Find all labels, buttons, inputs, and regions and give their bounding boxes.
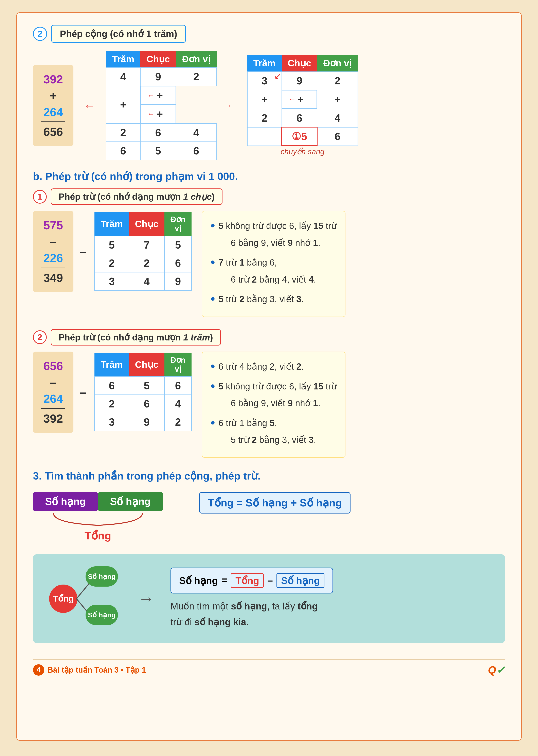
- t3-r1c2: 7: [129, 236, 164, 254]
- so-hang-node-2: Số hạng: [85, 605, 118, 625]
- t4-r3c2: 9: [129, 413, 164, 431]
- t1-r1c2: 9: [140, 68, 176, 86]
- t1-r3c1: 2: [106, 124, 140, 142]
- t3-r3c1: 3: [94, 272, 129, 290]
- t2-r1c3: 2: [317, 72, 358, 90]
- th-chuc-2: Chục: [282, 55, 317, 72]
- calc-table-4: Trăm Chục Đơnvị 6 5 6 2 6: [94, 353, 192, 431]
- t1-r4c3: 6: [176, 142, 217, 160]
- bullet-1-1: 5 không trừ được 6, lấy 15 trừ 6 bằng 9,…: [210, 217, 337, 251]
- so-hang-bracket-diagram: Số hạng Số hạng Tổng: [33, 492, 163, 542]
- t1-r2c2: ←+: [140, 86, 176, 105]
- t4-r3c1: 3: [94, 413, 129, 431]
- arith3-result: 392: [41, 408, 65, 427]
- sub2-num: 2: [33, 330, 47, 344]
- t1-r4c1: 6: [106, 142, 140, 160]
- th3-chuc: Chục: [129, 212, 164, 236]
- arith-box-1: 392 + 264 656: [33, 65, 74, 146]
- bullet-2-2: 5 không trừ được 6, lấy 15 trừ 6 bằng 9,…: [210, 378, 337, 412]
- section2-title: Phép cộng (có nhớ 1 trăm): [51, 25, 186, 43]
- t1-r3c2: 6: [140, 124, 176, 142]
- section-phep-cong: 2 Phép cộng (có nhớ 1 trăm) 392 + 264 65…: [33, 25, 505, 160]
- logo: Q✓: [488, 664, 505, 676]
- t4-r2c1: 2: [94, 395, 129, 413]
- tree-diagram: Tổng Số hạng Số hạng: [45, 564, 122, 633]
- formula2-row: Số hạng = Tổng – Số hạng: [171, 567, 333, 594]
- t4-r2c3: 4: [164, 395, 191, 413]
- bullet-1-3: 5 trừ 2 bằng 3, viết 3.: [210, 291, 337, 308]
- t4-r1c1: 6: [94, 377, 129, 395]
- t2-r1c1: 3↙: [247, 72, 282, 90]
- sub2-title: Phép trừ (có nhớ dạng mượn 1 trăm): [51, 329, 221, 345]
- table1-container: Trăm Chục Đơn vị 4 9 2 +: [106, 51, 217, 160]
- t4-r1c3: 6: [164, 377, 191, 395]
- footer-text: Bài tập tuần Toán 3 • Tập 1: [47, 666, 146, 674]
- calc-table-2: Trăm Chục Đơn vị 3↙ 9 2: [247, 55, 358, 146]
- arith2-num1: 575: [41, 217, 65, 233]
- section2-header: 2 Phép cộng (có nhớ 1 trăm): [33, 25, 505, 43]
- th4-chuc: Chục: [129, 353, 164, 377]
- sh-circle-2: Số hạng: [85, 605, 118, 625]
- arrow-right-section3: →: [138, 589, 154, 608]
- phep-tru-block-2: 656 – 264 392 – Trăm Chục Đơnvị: [33, 352, 505, 458]
- t2-r4c2: ①5: [282, 127, 317, 146]
- t2-r1c2: 9: [282, 72, 317, 90]
- arith3-num1: 656: [41, 358, 65, 374]
- arith1-num2: 264: [41, 104, 65, 120]
- arith3-op: –: [41, 374, 65, 390]
- t2-r3c2: 6: [282, 109, 317, 127]
- sh-circle-1: Số hạng: [85, 566, 118, 587]
- arith2-num2: 226: [41, 250, 65, 266]
- t2-r2c3: +: [317, 90, 358, 109]
- t2-r2c2: ←+: [282, 90, 317, 109]
- so-hang-node-1: Số hạng: [85, 566, 118, 587]
- bullet-1-2: 7 trừ 1 bằng 6, 6 trừ 2 bằng 4, viết 4.: [210, 254, 337, 288]
- t4-r2c2: 6: [129, 395, 164, 413]
- section3-row-bottom: Tổng Số hạng Số hạng →: [33, 554, 505, 643]
- th-donvi-1: Đơn vị: [176, 51, 217, 68]
- bullet-2-3: 6 trừ 1 bằng 5, 5 trừ 2 bằng 3, viết 3.: [210, 415, 337, 448]
- minus-sign-2: –: [80, 385, 86, 399]
- section3-row-top: Số hạng Số hạng Tổng Tổng = Số hạng + Số…: [33, 492, 505, 542]
- section-b-title: b. Phép trừ (có nhớ) trong phạm vi 1 000…: [33, 170, 505, 182]
- formula1-container: Tổng = Số hạng + Số hạng: [199, 492, 351, 513]
- t2-r2c1: +: [247, 90, 282, 109]
- minus-sign-1: –: [80, 245, 86, 259]
- t3-r2c2: 2: [129, 254, 164, 272]
- arith3-num2: 264: [41, 390, 65, 407]
- formula2-left: Số hạng: [179, 575, 218, 586]
- arith1-num1: 392: [41, 71, 65, 87]
- phep-tru-1-arith: 575 – 226 349 – Trăm Chục Đơnvị: [33, 211, 192, 292]
- chuyen-sang-label: chuyển sang: [247, 147, 358, 156]
- section2-number: 2: [33, 27, 47, 41]
- so-hang-box-1: Số hạng: [33, 492, 98, 511]
- footer-page-number: 4: [33, 664, 44, 676]
- tong-label: Tổng: [84, 529, 111, 542]
- t2-r4c1: [247, 127, 282, 146]
- formula2-minus: –: [267, 575, 273, 586]
- formula1-box: Tổng = Số hạng + Số hạng: [199, 492, 351, 513]
- th4-tram: Trăm: [94, 353, 129, 377]
- arrow-left-1: ←: [83, 98, 96, 113]
- t4-r3c3: 2: [164, 413, 191, 431]
- formula3-text: Muốn tìm một số hạng, ta lấy tổngtrừ đi …: [171, 598, 332, 630]
- t3-r1c1: 5: [94, 236, 129, 254]
- t1-r4c2: 5: [140, 142, 176, 160]
- phep-tru-2-arith: 656 – 264 392 – Trăm Chục Đơnvị: [33, 352, 192, 433]
- th3-tram: Trăm: [94, 212, 129, 236]
- table2-container: Trăm Chục Đơn vị 3↙ 9 2: [247, 55, 358, 156]
- calc-table-1: Trăm Chục Đơn vị 4 9 2 +: [106, 51, 217, 160]
- sub2-header: 2 Phép trừ (có nhớ dạng mượn 1 trăm): [33, 329, 505, 345]
- so-hang-top-row: Số hạng Số hạng: [33, 492, 163, 511]
- arrow-middle: ←: [227, 99, 237, 111]
- formula2-eq: =: [222, 575, 227, 586]
- formula2-block: Số hạng = Tổng – Số hạng Muốn tìm một số…: [171, 567, 333, 630]
- bullet-list-1: 5 không trừ được 6, lấy 15 trừ 6 bằng 9,…: [202, 211, 346, 317]
- th-donvi-2: Đơn vị: [317, 55, 358, 72]
- t3-r2c3: 6: [164, 254, 191, 272]
- phep-cong-diagram-row: 392 + 264 656 ← Trăm Chục Đơn vị: [33, 51, 505, 160]
- t3-r3c2: 4: [129, 272, 164, 290]
- section-b: b. Phép trừ (có nhớ) trong phạm vi 1 000…: [33, 170, 505, 458]
- section3: 3. Tìm thành phần trong phép cộng, phép …: [33, 470, 505, 643]
- footer: 4 Bài tập tuần Toán 3 • Tập 1 Q✓: [33, 660, 505, 676]
